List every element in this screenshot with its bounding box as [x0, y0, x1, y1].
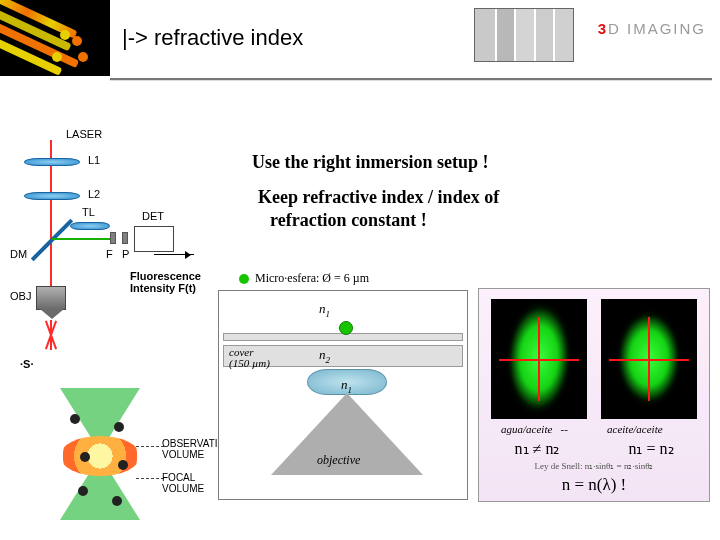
particle-dot: [114, 422, 124, 432]
label-objective: objective: [317, 453, 360, 468]
psf-comparison-panel: agua/aceite -- aceite/aceite n₁ ≠ n₂ n₁ …: [478, 288, 710, 502]
label-l2: L2: [88, 188, 100, 200]
particle-dot: [70, 414, 80, 424]
crosshair-v-icon: [538, 317, 540, 401]
caption-left: agua/aceite --: [501, 423, 568, 435]
header-divider: [110, 78, 712, 81]
eq-n1-ne-n2: n₁ ≠ n₂: [482, 439, 592, 458]
detector-box: [134, 226, 174, 252]
lens-tl-icon: [70, 222, 110, 230]
label-p: P: [122, 248, 129, 260]
label-fluorescence: Fluorescence: [130, 270, 201, 282]
label-f: F: [106, 248, 113, 260]
lens-l2-icon: [24, 192, 80, 200]
label-n1-bot: n1: [341, 377, 352, 395]
caption-right: aceite/aceite: [607, 423, 663, 435]
bead-note: Micro·esfera: Ø = 6 µm: [239, 271, 369, 286]
focus-ray3: [50, 320, 52, 350]
bead-dot-icon: [239, 274, 249, 284]
output-arrow-icon: [154, 254, 194, 255]
particle-dot: [78, 486, 88, 496]
instruction-line-2: Keep refractive index / index of refract…: [258, 186, 499, 233]
equation-row: n₁ ≠ n₂ n₁ = n₂: [479, 439, 709, 458]
lens-l1-icon: [24, 158, 80, 166]
label-n2: n2: [319, 347, 330, 365]
neuron-thumbnail: [0, 0, 110, 76]
filter-icon: [110, 232, 116, 244]
slide-title: |-> refractive index: [122, 25, 303, 51]
label-intensity: Intensity F(t): [130, 282, 196, 294]
eq-n1-eq-n2: n₁ = n₂: [596, 439, 706, 458]
label-s: ·S·: [20, 358, 33, 370]
objective-icon: [36, 286, 66, 310]
eq-dispersion: n = n(λ) !: [479, 475, 709, 495]
slide-header: |-> refractive index 3D IMAGING: [0, 0, 720, 76]
label-dm: DM: [10, 248, 27, 260]
logo-3d-imaging: 3D IMAGING: [598, 20, 706, 37]
logo-red-3: 3: [598, 20, 608, 37]
label-det: DET: [142, 210, 164, 222]
particle-dot: [118, 460, 128, 470]
label-tl: TL: [82, 206, 95, 218]
pointer-line: [136, 446, 164, 447]
snell-law-caption: Ley de Snell: n₁·sinθ₁ = n₂·sinθ₂: [479, 461, 709, 471]
crosshair-v-icon: [648, 317, 650, 401]
emission-beam: [52, 238, 112, 240]
label-focalvol: FOCAL VOLUME: [162, 472, 204, 494]
label-obj: OBJ: [10, 290, 31, 302]
psf-image-matched: [601, 299, 697, 419]
label-n1-top: n1: [319, 301, 330, 319]
micro-bead-icon: [339, 321, 353, 335]
refraction-schematic: Micro·esfera: Ø = 6 µm n1 n2 n1 cover(15…: [218, 290, 468, 500]
psf-image-mismatched: [491, 299, 587, 419]
observation-volume-blob: [60, 436, 140, 476]
particle-dot: [112, 496, 122, 506]
pinhole-icon: [122, 232, 128, 244]
label-l1: L1: [88, 154, 100, 166]
focal-volume-diagram: OBSERVATIONVOLUME FOCAL VOLUME: [28, 388, 188, 534]
label-laser: LASER: [66, 128, 102, 140]
instruction-line-1: Use the right inmersion setup !: [252, 152, 489, 173]
grayscale-strip-thumbnail: [474, 8, 574, 62]
dichroic-mirror-icon: [31, 219, 73, 261]
label-cover: cover(150 µm): [229, 347, 270, 369]
pointer-line: [136, 478, 164, 479]
particle-dot: [80, 452, 90, 462]
